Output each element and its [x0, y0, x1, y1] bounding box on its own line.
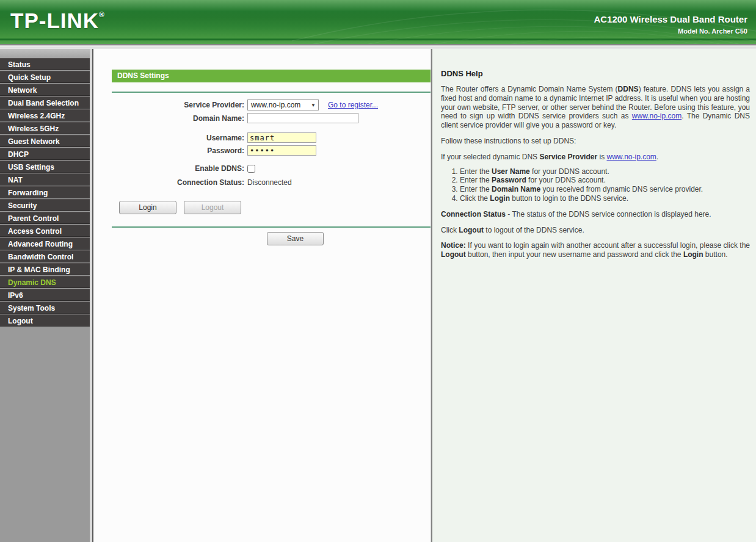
help-text: to logout of the DDNS service. [484, 226, 584, 234]
help-bold-term: Login [490, 194, 510, 203]
section-title: DDNS Settings [112, 70, 431, 82]
header-separator-bar [0, 44, 756, 49]
login-logout-buttons: Login Logout [112, 201, 431, 214]
help-text: button, then input your new username and… [466, 250, 683, 259]
sidebar-item-access-control[interactable]: Access Control [0, 225, 90, 237]
model-number: Model No. Archer C50 [594, 27, 747, 35]
help-paragraph: If your selected dynamic DNS Service Pro… [441, 153, 750, 162]
help-content: The Router offers a Dynamic Domain Name … [441, 85, 750, 259]
separator-line-bottom [112, 226, 431, 228]
help-paragraph: Follow these instructions to set up DDNS… [441, 137, 750, 146]
logout-button[interactable]: Logout [184, 201, 241, 214]
sidebar-item-usb-settings[interactable]: USB Settings [0, 161, 90, 173]
help-text: Follow these instructions to set up DDNS… [441, 137, 576, 145]
domain-name-label: Domain Name: [112, 114, 244, 123]
sidebar-nav: StatusQuick SetupNetworkDual Band Select… [0, 49, 90, 542]
help-text: If your selected dynamic DNS [441, 153, 539, 161]
help-bold-term: Password [492, 176, 526, 184]
sidebar-item-quick-setup[interactable]: Quick Setup [0, 71, 90, 83]
save-row: Save [112, 232, 431, 245]
help-text: Enter the [460, 176, 492, 184]
sidebar-item-forwarding[interactable]: Forwarding [0, 186, 90, 198]
help-bold-term: Service Provider [539, 153, 597, 161]
sidebar-item-dhcp[interactable]: DHCP [0, 148, 90, 160]
help-title: DDNS Help [441, 69, 750, 78]
no-ip-link[interactable]: www.no-ip.com [632, 112, 681, 120]
sidebar-item-wireless-2-4ghz[interactable]: Wireless 2.4GHz [0, 109, 90, 121]
domain-name-row: Domain Name: [112, 113, 431, 123]
username-input[interactable] [247, 132, 316, 143]
help-bold-term: DDNS [618, 85, 639, 93]
help-text: - The status of the DDNS service connect… [506, 210, 711, 219]
help-bold-term: Logout [459, 226, 484, 234]
domain-name-input[interactable] [247, 113, 358, 123]
connection-status-label: Connection Status: [112, 178, 244, 187]
sidebar-item-ipv6[interactable]: IPv6 [0, 289, 90, 301]
logo-text: TP-LINK [10, 9, 99, 32]
sidebar-item-system-tools[interactable]: System Tools [0, 302, 90, 314]
help-step: Click the Login button to login to the D… [460, 194, 750, 203]
help-text: If you want to login again with another … [466, 241, 750, 250]
sidebar-top-strip [0, 49, 90, 58]
password-label: Password: [112, 146, 244, 155]
username-row: Username: [112, 132, 431, 143]
separator-line-top [112, 92, 431, 93]
sidebar-item-logout[interactable]: Logout [0, 314, 90, 327]
sidebar-item-dual-band-selection[interactable]: Dual Band Selection [0, 96, 90, 109]
help-text: for your DDNS account. [530, 167, 609, 176]
service-provider-select[interactable]: www.no-ip.com ▼ [247, 99, 319, 110]
header: TP-LINK® AC1200 Wireless Dual Band Route… [0, 0, 756, 44]
help-text: you received from dynamic DNS service pr… [540, 185, 703, 193]
sidebar-item-status[interactable]: Status [0, 58, 90, 70]
help-text: Click the [460, 194, 490, 203]
header-product-info: AC1200 Wireless Dual Band Router Model N… [594, 14, 747, 35]
sidebar-item-guest-network[interactable]: Guest Network [0, 135, 90, 147]
router-admin-page: TP-LINK® AC1200 Wireless Dual Band Route… [0, 0, 756, 542]
service-provider-row: Service Provider: www.no-ip.com ▼ Go to … [112, 99, 431, 110]
enable-ddns-label: Enable DDNS: [112, 164, 244, 173]
service-provider-label: Service Provider: [112, 101, 244, 109]
sidebar-item-bandwidth-control[interactable]: Bandwidth Control [0, 250, 90, 262]
help-text: for your DDNS account. [526, 176, 606, 184]
login-button[interactable]: Login [119, 201, 176, 214]
help-paragraph: Click Logout to logout of the DDNS servi… [441, 226, 750, 235]
help-text: . [656, 153, 658, 161]
help-bold-term: Login [683, 250, 703, 259]
help-bold-term: Connection Status [441, 210, 506, 219]
sidebar-item-parent-control[interactable]: Parent Control [0, 212, 90, 224]
sidebar-item-ip-mac-binding[interactable]: IP & MAC Binding [0, 263, 90, 275]
help-steps-list: Enter the User Name for your DDNS accoun… [460, 167, 750, 203]
connection-status-value: Disconnected [247, 178, 292, 187]
sidebar-item-advanced-routing[interactable]: Advanced Routing [0, 237, 90, 250]
sidebar-item-wireless-5ghz[interactable]: Wireless 5GHz [0, 122, 90, 134]
sidebar-item-dynamic-dns[interactable]: Dynamic DNS [0, 276, 90, 288]
help-step: Enter the User Name for your DDNS accoun… [460, 167, 750, 176]
help-paragraph: Connection Status - The status of the DD… [441, 210, 750, 219]
no-ip-link[interactable]: www.no-ip.com [606, 153, 656, 161]
help-paragraph: The Router offers a Dynamic Domain Name … [441, 85, 750, 130]
connection-status-row: Connection Status: Disconnected [112, 178, 431, 187]
help-paragraph: Notice: If you want to login again with … [441, 241, 750, 259]
enable-ddns-row: Enable DDNS: [112, 164, 431, 173]
help-panel: DDNS Help The Router offers a Dynamic Do… [432, 49, 756, 542]
enable-ddns-checkbox[interactable] [247, 165, 255, 173]
main-content: DDNS Settings Service Provider: www.no-i… [93, 49, 431, 542]
password-input[interactable] [247, 145, 316, 156]
registered-mark: ® [99, 10, 105, 19]
help-text: is [597, 153, 606, 161]
help-bold-term: User Name [492, 167, 530, 176]
body: StatusQuick SetupNetworkDual Band Select… [0, 49, 756, 542]
sidebar-item-network[interactable]: Network [0, 84, 90, 96]
go-to-register-link[interactable]: Go to register... [328, 101, 378, 109]
help-text: button. [703, 250, 728, 259]
help-text: button to login to the DDNS service. [510, 194, 628, 203]
help-text: Enter the [460, 167, 492, 176]
help-bold-term: Notice: [441, 241, 466, 250]
sidebar-item-security[interactable]: Security [0, 199, 90, 211]
sidebar-menu: StatusQuick SetupNetworkDual Band Select… [0, 58, 90, 327]
save-button[interactable]: Save [267, 232, 324, 245]
help-bold-term: Logout [441, 250, 466, 259]
help-step: Enter the Password for your DDNS account… [460, 176, 750, 185]
sidebar-item-nat[interactable]: NAT [0, 173, 90, 186]
product-title: AC1200 Wireless Dual Band Router [594, 14, 747, 24]
